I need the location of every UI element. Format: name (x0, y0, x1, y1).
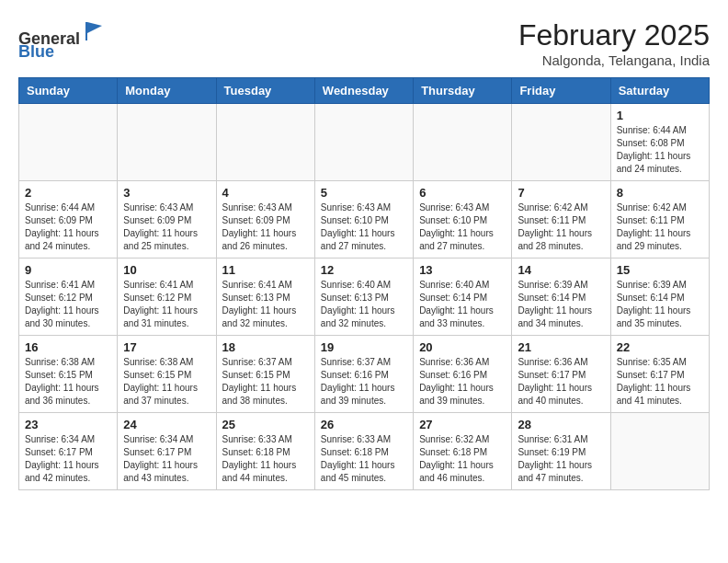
calendar-cell: 12Sunrise: 6:40 AM Sunset: 6:13 PM Dayli… (314, 259, 413, 336)
calendar-cell: 16Sunrise: 6:38 AM Sunset: 6:15 PM Dayli… (19, 336, 118, 413)
day-info: Sunrise: 6:34 AM Sunset: 6:17 PM Dayligh… (123, 433, 210, 485)
day-number: 15 (617, 263, 703, 277)
day-number: 10 (123, 263, 210, 277)
calendar-week-row: 16Sunrise: 6:38 AM Sunset: 6:15 PM Dayli… (19, 336, 710, 413)
day-info: Sunrise: 6:40 AM Sunset: 6:13 PM Dayligh… (321, 279, 407, 330)
logo: General Blue (18, 18, 108, 62)
day-number: 25 (222, 418, 309, 431)
day-number: 27 (419, 418, 506, 431)
day-info: Sunrise: 6:43 AM Sunset: 6:10 PM Dayligh… (321, 201, 407, 253)
calendar-cell: 22Sunrise: 6:35 AM Sunset: 6:17 PM Dayli… (610, 336, 709, 413)
calendar-cell: 24Sunrise: 6:34 AM Sunset: 6:17 PM Dayli… (118, 413, 216, 490)
day-number: 20 (419, 340, 506, 354)
day-info: Sunrise: 6:42 AM Sunset: 6:11 PM Dayligh… (518, 201, 604, 253)
calendar-cell: 2Sunrise: 6:44 AM Sunset: 6:09 PM Daylig… (19, 181, 118, 259)
day-info: Sunrise: 6:34 AM Sunset: 6:17 PM Dayligh… (25, 433, 111, 485)
day-info: Sunrise: 6:43 AM Sunset: 6:09 PM Dayligh… (123, 201, 210, 253)
calendar-cell (19, 104, 118, 181)
day-number: 19 (321, 340, 407, 354)
day-info: Sunrise: 6:35 AM Sunset: 6:17 PM Dayligh… (617, 356, 703, 408)
day-info: Sunrise: 6:39 AM Sunset: 6:14 PM Dayligh… (617, 279, 703, 330)
day-number: 7 (518, 186, 604, 200)
calendar-cell (610, 413, 709, 490)
calendar-cell: 27Sunrise: 6:32 AM Sunset: 6:18 PM Dayli… (414, 413, 512, 490)
calendar-cell: 5Sunrise: 6:43 AM Sunset: 6:10 PM Daylig… (314, 181, 413, 259)
calendar-header-row: Sunday Monday Tuesday Wednesday Thursday… (19, 78, 710, 104)
calendar-week-row: 1Sunrise: 6:44 AM Sunset: 6:08 PM Daylig… (19, 104, 710, 181)
day-info: Sunrise: 6:44 AM Sunset: 6:08 PM Dayligh… (617, 124, 703, 176)
day-info: Sunrise: 6:32 AM Sunset: 6:18 PM Dayligh… (419, 433, 506, 485)
calendar-cell: 28Sunrise: 6:31 AM Sunset: 6:19 PM Dayli… (512, 413, 610, 490)
day-number: 1 (617, 109, 703, 122)
calendar-cell: 7Sunrise: 6:42 AM Sunset: 6:11 PM Daylig… (512, 181, 610, 259)
calendar-cell: 20Sunrise: 6:36 AM Sunset: 6:16 PM Dayli… (414, 336, 512, 413)
day-number: 11 (222, 263, 309, 277)
day-info: Sunrise: 6:41 AM Sunset: 6:12 PM Dayligh… (25, 279, 111, 330)
calendar-cell: 1Sunrise: 6:44 AM Sunset: 6:08 PM Daylig… (610, 104, 709, 181)
day-info: Sunrise: 6:41 AM Sunset: 6:13 PM Dayligh… (222, 279, 309, 330)
day-info: Sunrise: 6:44 AM Sunset: 6:09 PM Dayligh… (25, 201, 111, 253)
day-number: 13 (419, 263, 506, 277)
calendar-cell: 9Sunrise: 6:41 AM Sunset: 6:12 PM Daylig… (19, 259, 118, 336)
calendar-cell: 4Sunrise: 6:43 AM Sunset: 6:09 PM Daylig… (216, 181, 314, 259)
calendar-cell: 23Sunrise: 6:34 AM Sunset: 6:17 PM Dayli… (19, 413, 118, 490)
calendar-week-row: 2Sunrise: 6:44 AM Sunset: 6:09 PM Daylig… (19, 181, 710, 259)
calendar-cell: 14Sunrise: 6:39 AM Sunset: 6:14 PM Dayli… (512, 259, 610, 336)
month-year-title: February 2025 (518, 18, 710, 52)
calendar-cell: 26Sunrise: 6:33 AM Sunset: 6:18 PM Dayli… (314, 413, 413, 490)
col-tuesday: Tuesday (216, 78, 314, 104)
col-sunday: Sunday (19, 78, 118, 104)
day-number: 9 (25, 263, 111, 277)
logo-blue: Blue (18, 42, 54, 61)
col-monday: Monday (118, 78, 216, 104)
day-number: 24 (123, 418, 210, 431)
calendar-cell (216, 104, 314, 181)
col-friday: Friday (512, 78, 610, 104)
day-number: 14 (518, 263, 604, 277)
day-info: Sunrise: 6:31 AM Sunset: 6:19 PM Dayligh… (518, 433, 604, 485)
day-number: 4 (222, 186, 309, 200)
day-number: 22 (617, 340, 703, 354)
day-info: Sunrise: 6:37 AM Sunset: 6:16 PM Dayligh… (321, 356, 407, 408)
day-info: Sunrise: 6:38 AM Sunset: 6:15 PM Dayligh… (25, 356, 111, 408)
day-info: Sunrise: 6:39 AM Sunset: 6:14 PM Dayligh… (518, 279, 604, 330)
day-number: 26 (321, 418, 407, 431)
day-number: 2 (25, 186, 111, 200)
day-number: 17 (123, 340, 210, 354)
calendar-cell: 3Sunrise: 6:43 AM Sunset: 6:09 PM Daylig… (118, 181, 216, 259)
calendar-cell: 13Sunrise: 6:40 AM Sunset: 6:14 PM Dayli… (414, 259, 512, 336)
calendar-cell (314, 104, 413, 181)
logo-flag-icon (82, 18, 108, 44)
calendar-cell: 8Sunrise: 6:42 AM Sunset: 6:11 PM Daylig… (610, 181, 709, 259)
day-info: Sunrise: 6:40 AM Sunset: 6:14 PM Dayligh… (419, 279, 506, 330)
day-number: 3 (123, 186, 210, 200)
day-info: Sunrise: 6:41 AM Sunset: 6:12 PM Dayligh… (123, 279, 210, 330)
calendar-week-row: 9Sunrise: 6:41 AM Sunset: 6:12 PM Daylig… (19, 259, 710, 336)
day-number: 16 (25, 340, 111, 354)
day-info: Sunrise: 6:38 AM Sunset: 6:15 PM Dayligh… (123, 356, 210, 408)
col-wednesday: Wednesday (314, 78, 413, 104)
calendar-cell (118, 104, 216, 181)
calendar-table: Sunday Monday Tuesday Wednesday Thursday… (18, 77, 710, 490)
day-number: 21 (518, 340, 604, 354)
day-info: Sunrise: 6:33 AM Sunset: 6:18 PM Dayligh… (321, 433, 407, 485)
calendar-cell (414, 104, 512, 181)
day-number: 6 (419, 186, 506, 200)
day-info: Sunrise: 6:43 AM Sunset: 6:09 PM Dayligh… (222, 201, 309, 253)
day-info: Sunrise: 6:43 AM Sunset: 6:10 PM Dayligh… (419, 201, 506, 253)
calendar-cell: 18Sunrise: 6:37 AM Sunset: 6:15 PM Dayli… (216, 336, 314, 413)
page-header: General Blue February 2025 Nalgonda, Tel… (18, 18, 710, 68)
calendar-cell: 17Sunrise: 6:38 AM Sunset: 6:15 PM Dayli… (118, 336, 216, 413)
day-number: 18 (222, 340, 309, 354)
title-section: February 2025 Nalgonda, Telangana, India (518, 18, 710, 68)
day-info: Sunrise: 6:42 AM Sunset: 6:11 PM Dayligh… (617, 201, 703, 253)
svg-marker-0 (85, 22, 102, 40)
day-number: 28 (518, 418, 604, 431)
day-number: 12 (321, 263, 407, 277)
calendar-cell (512, 104, 610, 181)
col-saturday: Saturday (610, 78, 709, 104)
calendar-cell: 25Sunrise: 6:33 AM Sunset: 6:18 PM Dayli… (216, 413, 314, 490)
calendar-cell: 6Sunrise: 6:43 AM Sunset: 6:10 PM Daylig… (414, 181, 512, 259)
location-subtitle: Nalgonda, Telangana, India (518, 52, 710, 68)
calendar-cell: 10Sunrise: 6:41 AM Sunset: 6:12 PM Dayli… (118, 259, 216, 336)
